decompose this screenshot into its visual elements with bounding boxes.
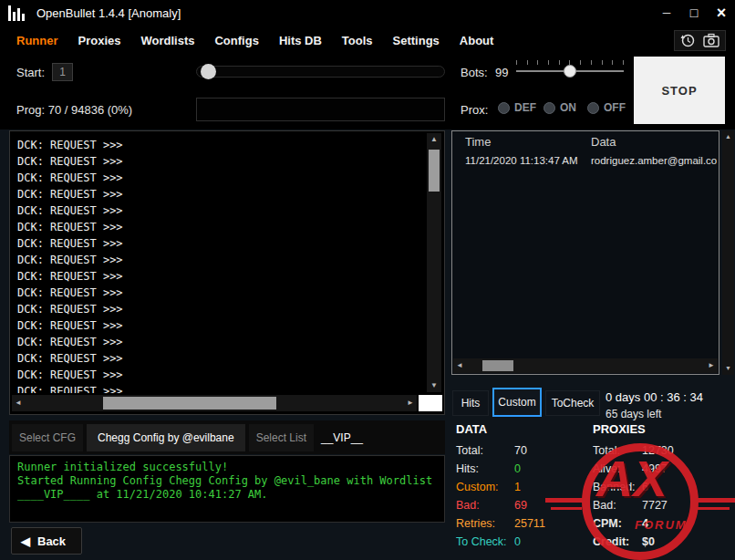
stat-tocheck: To Check: 0 [456,533,589,551]
data-stats-title: DATA [456,422,589,441]
log-line: DCK: REQUEST >>> [17,350,419,367]
log-vertical-scrollbar[interactable]: ▲ ▼ [427,133,441,392]
scroll-left-icon[interactable]: ◄ [12,395,25,411]
menu-item-wordlists[interactable]: Wordlists [140,34,194,47]
bots-slider[interactable] [516,60,624,80]
radio-icon [587,102,599,114]
log-line: DCK: REQUEST >>> [17,367,419,383]
menu-item-proxies[interactable]: Proxies [78,34,121,47]
tab-custom[interactable]: Custom [492,388,542,417]
log-line: DCK: REQUEST >>> [17,334,419,350]
stat-total: Total: 70 [456,441,589,460]
start-slider-thumb[interactable] [201,64,216,79]
stat-cpm: CPM: 4 [593,514,726,533]
scroll-left-icon[interactable]: ◄ [453,358,466,373]
start-input[interactable] [52,63,73,81]
select-config-button[interactable]: Select CFG [12,424,83,451]
back-arrow-icon: ◀ [21,534,30,548]
radio-label: OFF [604,101,626,114]
log-line: DCK: REQUEST >>> [17,317,419,334]
log-hscroll-thumb[interactable] [103,397,276,410]
stat-proxy-bad: Bad: 7727 [593,496,726,514]
stat-proxy-banned: Banned: 6 [593,478,726,496]
bot-log-panel: DCK: REQUEST >>> DCK: REQUEST >>> DCK: R… [9,130,445,415]
results-horizontal-scrollbar[interactable]: ◄ ► [453,358,718,373]
menu-item-hitsdb[interactable]: Hits DB [279,34,322,47]
tab-tocheck[interactable]: ToCheck [545,390,600,416]
progress-label: Prog: 70 / 94836 (0%) [16,103,132,117]
tab-hits[interactable]: Hits [452,390,489,416]
start-slider[interactable] [196,66,445,78]
stat-bad: Bad: 69 [456,496,589,514]
stat-hits: Hits: 0 [456,460,589,478]
log-line: DCK: REQUEST >>> [17,235,419,252]
results-hscroll-thumb[interactable] [482,360,513,371]
close-icon[interactable]: × [708,0,735,26]
scroll-down-icon[interactable]: ▼ [722,362,734,375]
proxy-mode-default[interactable]: DEF [498,101,536,114]
output-line: Runner initialized successfully! [17,461,437,474]
progress-bar [196,98,445,121]
selected-wordlist-name: __VIP__ [321,431,363,444]
log-line: DCK: REQUEST >>> [17,268,419,285]
log-horizontal-scrollbar[interactable]: ◄ ► [12,395,417,411]
scroll-up-icon[interactable]: ▲ [722,130,734,143]
radio-icon [498,102,510,114]
scroll-right-icon[interactable]: ► [404,395,417,411]
proxy-mode-label: Prox: [461,103,488,117]
menu-item-about[interactable]: About [460,34,494,47]
scroll-up-icon[interactable]: ▲ [427,133,441,146]
app-window: OpenBullet 1.4.4 [Anomaly] ─ □ × Runner … [0,0,735,560]
scroll-down-icon[interactable]: ▼ [427,379,441,392]
stat-credit: Credit: $0 [593,533,726,551]
radio-label: ON [560,101,576,114]
proxy-mode-off[interactable]: OFF [587,101,626,114]
column-header-time[interactable]: Time [465,135,491,149]
stop-button[interactable]: STOP [634,57,725,124]
stat-retries: Retries: 25711 [456,514,589,533]
runner-output-panel: Runner initialized successfully! Started… [9,455,445,523]
bots-value: 99 [495,66,508,79]
menu-item-tools[interactable]: Tools [342,34,373,47]
stat-proxy-total: Total: 12730 [593,441,726,460]
stat-custom: Custom: 1 [456,478,589,496]
column-header-data[interactable]: Data [591,135,616,149]
log-line: DCK: REQUEST >>> [17,301,419,317]
camera-icon[interactable] [703,33,719,48]
proxies-stats-title: PROXIES [593,422,726,441]
menu-item-runner[interactable]: Runner [16,34,58,47]
menu-item-settings[interactable]: Settings [393,34,440,47]
result-data-cell: rodriguez.amber@gmail.com [591,155,717,166]
bot-log[interactable]: DCK: REQUEST >>> DCK: REQUEST >>> DCK: R… [12,133,424,393]
select-wordlist-button[interactable]: Select List [249,424,314,451]
data-stats: DATA Total: 70 Hits: 0 Custom: 1 Bad: 69… [456,422,589,551]
window-controls: ─ □ × [653,0,735,26]
log-vscroll-thumb[interactable] [429,150,440,192]
elapsed-time: 0 days 00 : 36 : 34 [606,390,703,404]
proxy-mode-on[interactable]: ON [543,101,576,114]
output-line: Started Running Config Chegg Config by @… [17,474,437,502]
bots-label: Bots: [461,66,488,79]
minimize-icon[interactable]: ─ [653,0,680,26]
back-button-label: Back [37,534,66,548]
history-icon[interactable] [680,33,696,48]
log-line: DCK: REQUEST >>> [17,383,419,393]
window-title: OpenBullet 1.4.4 [Anomaly] [36,6,181,20]
results-panel: Time Data 11/21/2020 11:13:47 AM rodrigu… [451,130,719,375]
menu-bar: Runner Proxies Wordlists Configs Hits DB… [0,26,735,55]
back-button[interactable]: ◀ Back [11,527,82,555]
config-selection-bar: Select CFG Chegg Config by @evilbane Sel… [9,420,445,454]
selected-config-name: Chegg Config by @evilbane [87,424,245,451]
maximize-icon[interactable]: □ [680,0,708,26]
log-line: DCK: REQUEST >>> [17,219,419,235]
scroll-right-icon[interactable]: ► [705,358,718,373]
menu-icon-box [674,30,726,51]
log-line: DCK: REQUEST >>> [17,137,419,153]
log-line: DCK: REQUEST >>> [17,252,419,268]
log-line: DCK: REQUEST >>> [17,153,419,170]
result-time-cell: 11/21/2020 11:13:47 AM [465,155,578,166]
title-bar: OpenBullet 1.4.4 [Anomaly] ─ □ × [0,0,735,26]
menu-item-configs[interactable]: Configs [214,34,258,47]
bots-slider-thumb[interactable] [564,65,576,78]
results-vertical-scrollbar[interactable]: ▲ ▼ [722,130,734,375]
